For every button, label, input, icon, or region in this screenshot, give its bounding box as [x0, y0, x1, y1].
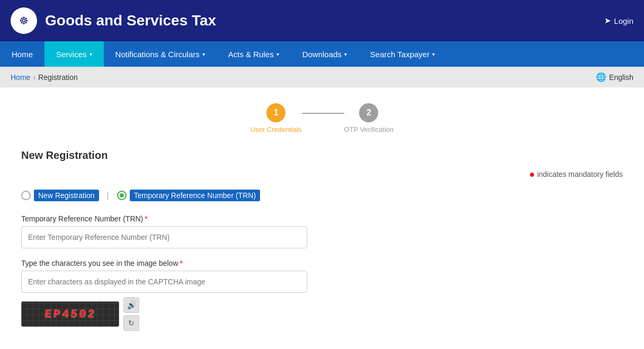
captcha-field-label: Type the characters you see in the image…: [21, 259, 623, 267]
captcha-image: EP4502: [21, 301, 119, 327]
form-title: New Registration: [21, 149, 623, 162]
radio-trn[interactable]: Temporary Reference Number (TRN): [117, 190, 260, 201]
trn-field-label: Temporary Reference Number (TRN) *: [21, 214, 623, 223]
captcha-audio-icon[interactable]: 🔊: [123, 297, 139, 313]
breadcrumb-separator: ›: [33, 73, 35, 82]
captcha-text: EP4502: [44, 308, 96, 321]
header: ☸ Goods and Services Tax ➤ Login: [0, 0, 644, 41]
mandatory-dot: ●: [529, 169, 535, 179]
globe-icon: 🌐: [596, 72, 606, 82]
trn-required-marker: *: [145, 214, 147, 223]
login-arrow-icon: ➤: [604, 16, 611, 25]
language-selector[interactable]: 🌐 English: [596, 72, 633, 82]
site-title: Goods and Services Tax: [45, 12, 216, 29]
step-1: 1 User Credentials: [251, 103, 302, 133]
radio-separator: |: [107, 191, 109, 200]
radio-trn-label: Temporary Reference Number (TRN): [130, 190, 260, 201]
acts-dropdown-icon: ▾: [276, 51, 279, 57]
nav-acts[interactable]: Acts & Rules ▾: [217, 41, 291, 67]
login-button[interactable]: ➤ Login: [604, 16, 633, 25]
radio-trn-btn[interactable]: [117, 191, 127, 200]
breadcrumb-current: Registration: [38, 73, 78, 82]
captcha-field-group: Type the characters you see in the image…: [21, 259, 623, 331]
trn-field-group: Temporary Reference Number (TRN) *: [21, 214, 623, 248]
main-content: 1 User Credentials 2 OTP Verification Ne…: [0, 87, 644, 349]
notifications-dropdown-icon: ▾: [202, 51, 205, 57]
step-2-circle: 2: [359, 103, 378, 122]
downloads-dropdown-icon: ▾: [344, 51, 347, 57]
navbar: Home Services ▾ Notifications & Circular…: [0, 41, 644, 67]
nav-home[interactable]: Home: [0, 41, 44, 67]
step-1-circle: 1: [266, 103, 285, 122]
step-connector: [302, 113, 344, 114]
nav-search-taxpayer[interactable]: Search Taxpayer ▾: [359, 41, 446, 67]
breadcrumb-home-link[interactable]: Home: [11, 73, 30, 82]
radio-new-reg-label: New Registration: [34, 190, 99, 201]
step-2: 2 OTP Verification: [344, 103, 394, 133]
nav-downloads[interactable]: Downloads ▾: [291, 41, 359, 67]
steps-container: 1 User Credentials 2 OTP Verification: [21, 103, 623, 133]
search-taxpayer-dropdown-icon: ▾: [432, 51, 435, 57]
step-1-label: User Credentials: [251, 126, 302, 133]
emblem-icon: ☸: [11, 7, 37, 34]
step-2-label: OTP Verification: [344, 126, 394, 133]
trn-input[interactable]: [21, 226, 307, 248]
captcha-container: EP4502 🔊 ↻: [21, 297, 623, 331]
mandatory-note: ● indicates mandatory fields: [21, 169, 623, 179]
captcha-required-marker: *: [180, 259, 183, 267]
radio-new-reg-btn[interactable]: [21, 191, 31, 200]
breadcrumb: Home › Registration 🌐 English: [0, 67, 644, 87]
nav-services[interactable]: Services ▾: [44, 41, 104, 67]
captcha-input[interactable]: [21, 271, 307, 293]
header-left: ☸ Goods and Services Tax: [11, 7, 216, 34]
services-dropdown-icon: ▾: [90, 51, 92, 57]
captcha-icons: 🔊 ↻: [123, 297, 139, 331]
breadcrumb-left: Home › Registration: [11, 73, 78, 82]
nav-notifications[interactable]: Notifications & Circulars ▾: [104, 41, 217, 67]
radio-group: New Registration | Temporary Reference N…: [21, 190, 623, 201]
captcha-refresh-icon[interactable]: ↻: [123, 315, 139, 331]
radio-new-registration[interactable]: New Registration: [21, 190, 99, 201]
